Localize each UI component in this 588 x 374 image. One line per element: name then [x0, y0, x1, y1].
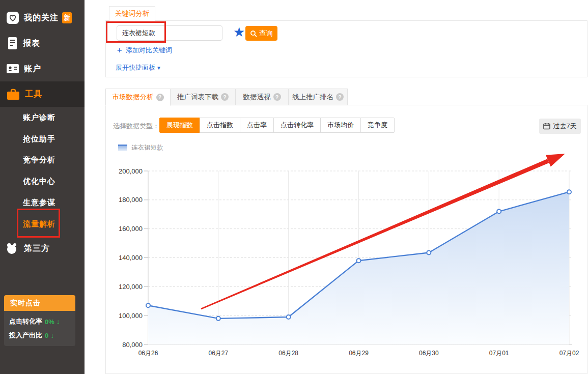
- help-icon[interactable]: ?: [336, 93, 344, 101]
- expand-quick-panel-link[interactable]: 展开快捷面板 ▼: [116, 63, 161, 72]
- data-type-click-rate[interactable]: 点击率: [240, 118, 274, 133]
- date-range-label: 过去7天: [553, 122, 576, 131]
- new-badge: 新: [62, 12, 72, 23]
- metric-label: 投入产出比: [9, 331, 42, 340]
- trend-down-icon: ↓: [50, 331, 54, 339]
- sidebar-item-my-follow[interactable]: 我的关注 新: [0, 5, 85, 31]
- tab-keyword-analysis[interactable]: 关键词分析: [109, 6, 155, 21]
- realtime-click-panel: 实时点击 点击转化率 0% ↓ 投入产出比 0 ↓: [4, 295, 75, 346]
- legend-item[interactable]: 连衣裙短款: [118, 143, 163, 152]
- metric-label: 点击转化率: [9, 317, 42, 326]
- legend-label: 连衣裙短款: [131, 143, 163, 152]
- data-type-label: 选择数据类型：: [113, 122, 159, 131]
- heart-icon: [6, 11, 19, 24]
- data-type-button-group: 展现指数 点击指数 点击率 点击转化率 市场均价 竞争度: [159, 118, 395, 133]
- sphere-icon: [5, 241, 19, 255]
- data-point: [146, 303, 150, 307]
- tab-label: 数据透视: [243, 93, 271, 102]
- realtime-row-conversion: 点击转化率 0% ↓: [9, 317, 70, 326]
- sidebar-item-label: 工具: [25, 89, 42, 100]
- sidebar-item-label: 账户: [24, 64, 41, 74]
- analysis-tab-bar: 市场数据分析 ? 推广词表下载 ? 数据透视 ? 线上推广排名 ?: [105, 89, 348, 105]
- realtime-panel-body: 点击转化率 0% ↓ 投入产出比 0 ↓: [4, 311, 75, 346]
- x-tick-label: 06月30: [419, 350, 439, 357]
- calendar-icon: [543, 123, 550, 130]
- sidebar-item-third-party[interactable]: 第三方: [0, 236, 85, 261]
- data-type-click-conversion-rate[interactable]: 点击转化率: [273, 118, 321, 133]
- briefcase-icon: [6, 88, 20, 101]
- add-compare-keyword-link[interactable]: ＋ 添加对比关键词: [116, 45, 172, 55]
- x-tick-label: 07月01: [489, 350, 509, 357]
- y-tick-label: 200,000: [119, 167, 143, 175]
- sidebar-subitem-competition-analysis[interactable]: 竞争分析: [23, 155, 55, 164]
- chevron-down-icon: ▼: [156, 65, 161, 71]
- data-type-competition[interactable]: 竞争度: [360, 118, 395, 133]
- favorite-star-icon[interactable]: ★: [233, 24, 245, 40]
- trend-down-icon: ↓: [57, 318, 60, 326]
- sidebar-item-label: 我的关注: [24, 13, 59, 23]
- help-icon[interactable]: ?: [156, 94, 164, 101]
- sidebar: 我的关注 新 报表 账户 工具 账户诊断 抢位助手 竞争分析 优化中心 生意参谋…: [0, 0, 85, 374]
- tab-promo-wordlist-download[interactable]: 推广词表下载 ?: [170, 89, 236, 105]
- help-icon[interactable]: ?: [273, 93, 281, 101]
- data-point: [567, 190, 571, 194]
- metric-value: 0: [45, 332, 48, 339]
- tab-label: 线上推广排名: [292, 93, 333, 102]
- sidebar-subitem-traffic-analysis[interactable]: 流量解析: [23, 219, 55, 228]
- data-type-market-average-price[interactable]: 市场均价: [320, 118, 361, 133]
- realtime-row-roi: 投入产出比 0 ↓: [9, 331, 70, 340]
- sidebar-item-account[interactable]: 账户: [0, 56, 85, 81]
- trend-arrow-head: [546, 154, 565, 167]
- x-tick-label: 06月26: [138, 350, 158, 357]
- report-icon: [6, 37, 18, 50]
- y-tick-label: 80,000: [122, 341, 143, 349]
- data-point: [357, 258, 361, 263]
- tab-label: 推广词表下载: [177, 93, 218, 102]
- realtime-panel-title: 实时点击: [4, 295, 75, 311]
- tab-label: 市场数据分析: [113, 93, 154, 102]
- tab-data-perspective[interactable]: 数据透视 ?: [235, 89, 289, 105]
- y-tick-label: 100,000: [119, 312, 143, 320]
- x-tick-label: 06月28: [278, 350, 298, 357]
- data-type-impression-index[interactable]: 展现指数: [159, 118, 200, 133]
- impression-index-line-chart: 80,000100,000120,000140,000160,000180,00…: [85, 153, 588, 374]
- data-point: [427, 251, 431, 255]
- y-tick-label: 120,000: [119, 283, 143, 291]
- query-button[interactable]: 查询: [245, 26, 277, 41]
- sidebar-item-reports[interactable]: 报表: [0, 31, 85, 56]
- data-point: [216, 317, 220, 321]
- query-button-label: 查询: [259, 29, 273, 38]
- sidebar-item-label: 第三方: [24, 243, 50, 254]
- x-tick-label: 07月02: [559, 350, 579, 357]
- sidebar-subitem-optimization-center[interactable]: 优化中心: [23, 177, 55, 186]
- x-tick-label: 06月27: [208, 350, 228, 357]
- metric-value: 0%: [45, 318, 54, 326]
- keyword-input[interactable]: [117, 25, 222, 41]
- data-point: [497, 210, 501, 214]
- data-type-click-index[interactable]: 点击指数: [200, 118, 240, 133]
- add-compare-keyword-label: 添加对比关键词: [126, 46, 172, 55]
- account-card-icon: [6, 63, 19, 74]
- x-tick-label: 06月29: [349, 350, 369, 357]
- sidebar-item-label: 报表: [23, 38, 40, 49]
- sidebar-subitem-position-assistant[interactable]: 抢位助手: [23, 134, 55, 143]
- y-tick-label: 160,000: [119, 225, 143, 233]
- tab-online-promo-ranking[interactable]: 线上推广排名 ?: [288, 89, 348, 105]
- plus-icon: ＋: [116, 45, 123, 55]
- data-point: [287, 315, 291, 319]
- sidebar-subitem-business-advisor[interactable]: 生意参谋: [23, 198, 55, 207]
- legend-swatch: [118, 145, 127, 151]
- date-range-button[interactable]: 过去7天: [539, 119, 581, 134]
- sidebar-item-tools[interactable]: 工具: [0, 81, 85, 107]
- sidebar-subitem-account-diagnosis[interactable]: 账户诊断: [23, 113, 55, 122]
- expand-quick-panel-label: 展开快捷面板: [116, 63, 155, 72]
- y-tick-label: 180,000: [119, 196, 143, 204]
- y-tick-label: 140,000: [119, 254, 143, 262]
- search-icon: [250, 30, 257, 37]
- help-icon[interactable]: ?: [221, 93, 229, 101]
- tab-market-data-analysis[interactable]: 市场数据分析 ?: [105, 89, 171, 106]
